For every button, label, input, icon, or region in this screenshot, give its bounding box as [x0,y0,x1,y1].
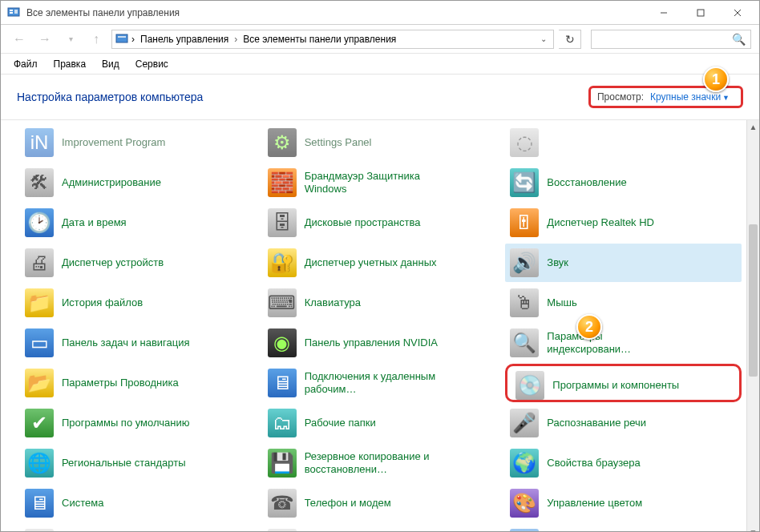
blank3-icon: ◌ [268,529,297,532]
up-button[interactable]: ↑ [86,29,107,50]
sound-icon: 🔊 [510,248,539,277]
control-panel-item[interactable]: ◌ [505,123,742,162]
item-label: Диспетчер устройств [62,256,164,269]
item-label: Программы и компоненты [552,379,679,392]
control-panel-icon [115,33,128,46]
breadcrumb-root[interactable]: Панель управления [138,32,231,46]
control-panel-item[interactable]: 🎨Управление цветом [505,484,742,522]
recent-button[interactable]: ▾ [60,29,81,50]
item-label: Свойства браузера [547,457,640,470]
item-label: Панель управления NVIDIA [305,337,438,349]
control-panel-item[interactable]: ⌨Клавиатура [263,284,499,322]
control-panel-item[interactable]: 📁История файлов [20,284,257,322]
control-panel-item[interactable]: 🔍Параметры индексировани… [505,324,742,362]
svg-rect-3 [14,10,18,14]
control-panel-item[interactable]: 🔊Звук [505,244,742,282]
control-panel-item[interactable]: 🎤Распознавание речи [505,404,742,442]
control-panel-item[interactable]: 🛠Администрирование [20,163,257,202]
minimize-button[interactable] [645,2,682,24]
color-mgmt-icon: 🎨 [510,489,539,518]
menu-view[interactable]: Вид [95,55,126,73]
item-label: Система [62,497,103,510]
mouse-icon: 🖱 [510,288,539,317]
control-panel-item[interactable]: 🔄Восстановление [505,163,742,202]
search-input[interactable]: 🔍 [591,30,751,49]
close-button[interactable] [719,2,756,24]
page-title: Настройка параметров компьютера [17,91,203,103]
credential-icon: 🔐 [268,248,297,277]
item-label: История файлов [62,296,143,309]
admin-icon: 🛠 [25,168,54,197]
control-panel-item[interactable]: 🖥Подключения к удаленным рабочим… [263,364,499,402]
control-panel-item[interactable]: 🖨Диспетчер устройств [20,244,257,282]
svg-rect-1 [10,10,13,11]
keyboard-icon: ⌨ [268,288,297,317]
control-panel-item[interactable]: ⚙Settings Panel [263,123,499,162]
control-panel-item[interactable]: 🔐Диспетчер учетных данных [263,244,499,282]
item-label: Восстановление [547,176,626,189]
control-panel-item[interactable]: 🗄Дисковые пространства [263,204,499,242]
backup-icon: 💾 [268,449,297,478]
internet-opts-icon: 🌍 [510,449,539,478]
item-label: Параметры индексировани… [547,330,683,357]
svg-rect-5 [697,10,704,16]
forward-button[interactable]: → [34,29,55,50]
item-label: Клавиатура [305,296,361,309]
control-panel-item[interactable]: ◌ [263,524,499,532]
address-dropdown-icon[interactable]: ⌄ [537,34,550,43]
explorer-opts-icon: 📂 [25,369,54,397]
firewall-icon: 🧱 [268,168,297,197]
control-panel-item[interactable]: 💿Программы и компоненты [512,369,734,401]
svg-rect-9 [118,36,126,38]
control-panel-item[interactable]: 🕑Дата и время [20,204,257,242]
control-panel-item[interactable]: 🧱Брандмауэр Защитника Windows [263,163,499,202]
menu-file[interactable]: Файл [7,55,44,73]
chevron-right-icon: › [131,34,135,45]
titlebar: Все элементы панели управления [1,1,759,25]
control-panel-item[interactable]: 🖥Система [20,484,257,522]
control-panel-item[interactable]: 💾Резервное копирование и восстановлени… [263,444,499,482]
search-icon: 🔍 [732,33,746,46]
accounts-icon: 👤 [510,529,539,532]
control-panel-item[interactable]: ✔Программы по умолчанию [20,404,257,442]
menubar: Файл Правка Вид Сервис [1,54,759,75]
item-label: Мышь [547,296,576,309]
item-label: Панель задач и навигация [62,337,190,349]
nvidia-icon: ◉ [268,328,297,357]
chevron-right-icon: › [232,34,239,45]
control-panel-item[interactable]: ◌ [20,524,257,532]
control-panel-item[interactable]: 🖱Мышь [505,284,742,322]
realtek-icon: 🎚 [510,208,539,237]
view-value[interactable]: Крупные значки▼ [650,91,730,103]
scroll-down-icon[interactable]: ▼ [747,526,759,532]
refresh-button[interactable]: ↻ [559,30,581,49]
scroll-up-icon[interactable]: ▲ [747,120,759,133]
breadcrumb-current[interactable]: Все элементы панели управления [241,32,398,46]
default-programs-icon: ✔ [25,409,54,437]
control-panel-item[interactable]: 📂Параметры Проводника [20,364,257,402]
header-row: Настройка параметров компьютера Просмотр… [1,75,759,120]
menu-service[interactable]: Сервис [129,55,175,73]
control-panel-item[interactable]: ▭Панель задач и навигация [20,324,257,362]
back-button[interactable]: ← [9,29,30,50]
control-panel-item[interactable]: ◉Панель управления NVIDIA [263,324,499,362]
blank-icon: ◌ [510,128,539,157]
maximize-button[interactable] [682,2,719,24]
control-panel-item[interactable]: ☎Телефон и модем [263,484,499,522]
control-panel-item[interactable]: 👤Учетные записи [505,524,742,532]
settings-panel-icon: ⚙ [268,128,297,157]
menu-edit[interactable]: Правка [47,55,93,73]
scrollbar-thumb[interactable] [749,224,758,377]
control-panel-item[interactable]: 🌐Региональные стандарты [20,444,257,482]
control-panel-item[interactable]: 🗂Рабочие папки [263,404,499,442]
scrollbar[interactable]: ▲ ▼ [746,120,759,532]
device-mgr-icon: 🖨 [25,248,54,277]
item-label: Settings Panel [305,136,372,149]
control-panel-item[interactable]: 🎚Диспетчер Realtek HD [505,204,742,242]
item-label: Телефон и модем [305,497,391,510]
control-panel-item[interactable]: 🌍Свойства браузера [505,444,742,482]
address-box[interactable]: › Панель управления › Все элементы панел… [111,30,554,49]
breadcrumb: Панель управления › Все элементы панели … [138,32,398,46]
control-panel-item[interactable]: iNImprovement Program [20,123,257,162]
item-label: Звук [547,256,568,269]
